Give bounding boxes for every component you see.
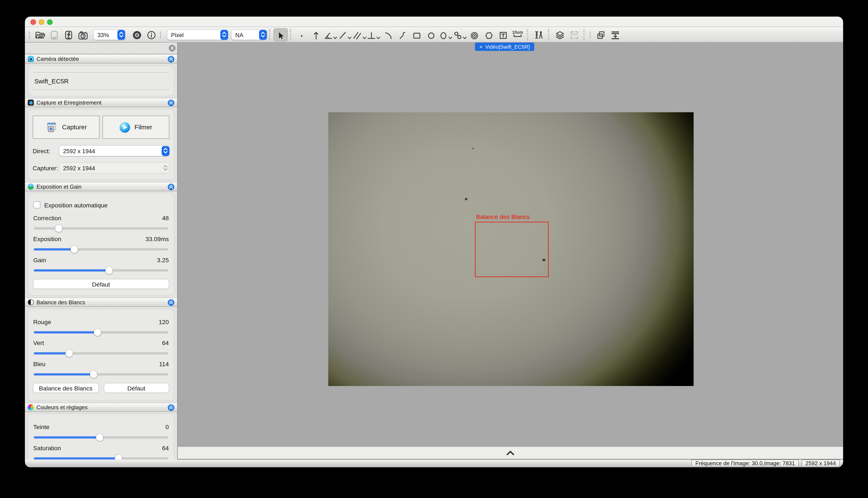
close-tab-icon[interactable]: ×	[480, 44, 483, 50]
settings-button[interactable]	[129, 28, 144, 41]
slider-thumb[interactable]	[71, 246, 78, 253]
record-video-button[interactable]: Filmer	[102, 116, 169, 139]
unit-select[interactable]: Pixel	[167, 30, 228, 40]
point-icon	[297, 31, 306, 39]
timed-capture-button[interactable]	[76, 28, 90, 41]
arc-tool-button[interactable]	[381, 28, 395, 41]
info-button[interactable]	[144, 28, 158, 41]
video-tab[interactable]: × Vidéo[Swift_EC5R]	[475, 43, 534, 51]
live-resolution-select[interactable]: 2592 x 1944	[59, 145, 169, 156]
white-balance-icon	[28, 299, 34, 305]
exposure-slider[interactable]	[34, 248, 168, 250]
export-button[interactable]	[608, 28, 622, 41]
slider-thumb[interactable]	[55, 225, 62, 232]
line-tool-button[interactable]	[338, 28, 352, 41]
panel-header-colors[interactable]: Couleurs et réglages	[25, 403, 177, 412]
save-button[interactable]	[47, 28, 61, 41]
parallel-lines-tool-button[interactable]	[352, 28, 366, 41]
slider-thumb[interactable]	[115, 455, 122, 460]
white-balance-default-button[interactable]: Défaut	[104, 383, 169, 393]
na-select[interactable]: NA	[231, 30, 267, 40]
auto-exposure-checkbox[interactable]	[33, 201, 41, 208]
s-curve-icon	[398, 31, 406, 39]
csv-export-button[interactable]: CSV	[567, 28, 581, 41]
text-tool-button[interactable]	[496, 28, 510, 41]
auto-exposure-label: Exposition automatique	[44, 202, 107, 208]
slider-thumb[interactable]	[94, 329, 101, 336]
collapse-panel-button[interactable]	[168, 55, 174, 62]
close-window-button[interactable]	[30, 19, 36, 25]
capture-resolution-select[interactable]: 2592 x 1944	[59, 162, 169, 173]
slider-thumb[interactable]	[105, 267, 113, 274]
colors-panel: Teinte 0 Saturation 64 Luminosité	[28, 414, 175, 460]
panel-header-white-balance[interactable]: Balance des Blancs	[25, 298, 177, 307]
point-tool-button[interactable]	[295, 28, 309, 41]
collapse-panel-button[interactable]	[168, 183, 174, 190]
blue-slider[interactable]	[34, 373, 168, 375]
detected-camera-name[interactable]: Swift_EC5R	[33, 73, 169, 90]
scale-bar-tool-button[interactable]: 10um	[510, 28, 525, 41]
minimize-window-button[interactable]	[39, 19, 44, 25]
circle-tool-button[interactable]	[424, 28, 438, 41]
gain-slider[interactable]	[34, 269, 168, 272]
microscope-live-image[interactable]: Balance des Blancs	[328, 112, 694, 386]
stepper-icon	[220, 30, 228, 40]
zoom-window-button[interactable]	[47, 19, 53, 25]
bottom-panel-toggle[interactable]	[178, 447, 843, 460]
angle-tool-button[interactable]	[323, 28, 338, 41]
line-icon	[338, 31, 347, 39]
green-value: 64	[162, 340, 169, 346]
pointer-tool-button[interactable]	[273, 28, 288, 41]
collapse-panel-button[interactable]	[168, 404, 174, 410]
arrow-up-icon	[311, 31, 320, 39]
toolbar-separator	[527, 29, 529, 40]
panel-header-exposure[interactable]: Exposition et Gain	[25, 182, 177, 192]
double-chevron-up-icon	[169, 57, 174, 61]
slider-thumb[interactable]	[96, 434, 103, 441]
collapse-sidebar-button[interactable]	[169, 45, 176, 51]
arrow-tool-button[interactable]	[309, 28, 323, 41]
fast-save-button[interactable]	[62, 28, 76, 41]
ellipse-tool-button[interactable]	[438, 28, 453, 41]
panel-header-capture[interactable]: Capture et Enregistrement	[25, 98, 177, 107]
measure-tools-button[interactable]	[532, 28, 546, 41]
white-balance-button[interactable]: Balance des Blancs	[33, 383, 99, 393]
stepper-icon	[259, 30, 267, 40]
linked-circles-tool-button[interactable]	[453, 28, 467, 41]
hue-label: Teinte	[33, 423, 50, 430]
curve-tool-button[interactable]	[395, 28, 410, 41]
white-balance-roi-rect[interactable]	[475, 222, 549, 277]
slider-thumb[interactable]	[90, 371, 97, 378]
ellipse-icon	[439, 31, 448, 39]
panel-title: Capture et Enregistrement	[37, 100, 165, 106]
slider-thumb[interactable]	[66, 350, 73, 357]
red-label: Rouge	[33, 318, 51, 325]
exposure-default-button[interactable]: Défaut	[33, 279, 169, 289]
panel-header-camera[interactable]: Caméra détectée	[25, 54, 177, 64]
copy-button[interactable]	[593, 28, 608, 41]
perpendicular-tool-button[interactable]	[367, 28, 381, 41]
status-bar: Fréquence de l'Image: 30.0,Image: 7831 2…	[25, 460, 843, 467]
collapse-panel-button[interactable]	[168, 299, 174, 305]
saturation-slider[interactable]	[34, 457, 168, 459]
rectangle-tool-button[interactable]	[410, 28, 424, 41]
annulus-tool-button[interactable]	[467, 28, 482, 41]
canvas-column: Balance des Blancs × Vidéo[Swift_EC5R]	[178, 43, 843, 460]
zoom-level-select[interactable]: 33%	[93, 30, 125, 40]
polygon-tool-button[interactable]	[482, 28, 496, 41]
angle-icon	[324, 31, 333, 39]
open-file-button[interactable]	[33, 28, 47, 41]
toolbar-drag-handle	[160, 31, 162, 38]
hue-slider[interactable]	[34, 436, 168, 438]
exposure-panel: Exposition automatique Correction 48 Exp…	[28, 193, 175, 296]
video-canvas[interactable]: Balance des Blancs × Vidéo[Swift_EC5R]	[178, 43, 843, 447]
capture-photo-button[interactable]: Capturer	[33, 116, 100, 139]
collapse-panel-button[interactable]	[168, 99, 174, 106]
green-slider[interactable]	[34, 352, 168, 354]
layers-button[interactable]	[552, 28, 567, 41]
correction-slider[interactable]	[34, 227, 168, 230]
red-slider[interactable]	[34, 331, 168, 333]
video-tab-label: Vidéo[Swift_EC5R]	[485, 44, 530, 50]
copy-icon	[596, 30, 605, 39]
chevron-down-icon	[448, 36, 452, 39]
